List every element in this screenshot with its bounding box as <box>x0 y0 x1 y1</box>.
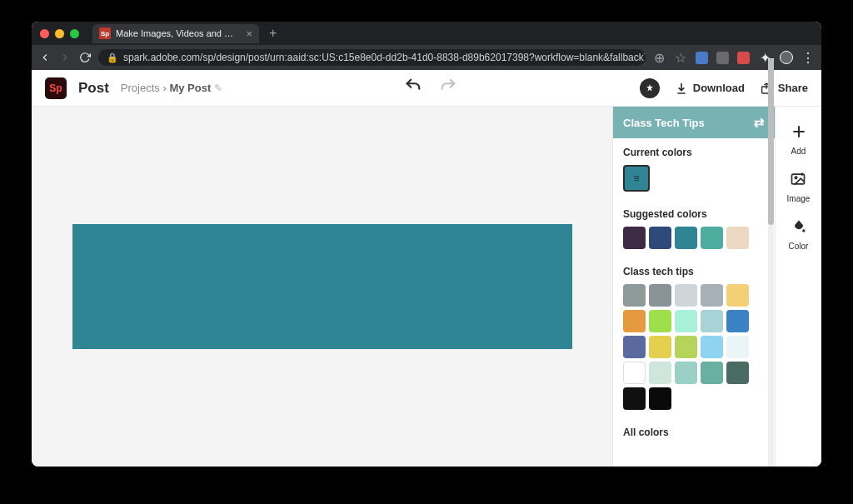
section-title-all: All colors <box>623 427 765 438</box>
color-swatch[interactable] <box>675 362 697 384</box>
spark-logo[interactable]: Sp <box>45 77 67 99</box>
profile-avatar[interactable] <box>780 51 793 64</box>
svg-point-5 <box>802 229 805 232</box>
color-swatch[interactable] <box>726 362 749 384</box>
color-swatch[interactable] <box>675 284 697 307</box>
color-label: Color <box>789 242 809 251</box>
bookmark-icon[interactable]: ☆ <box>674 51 687 64</box>
workspace: Class Tech Tips ⇄ Current colors Suggest… <box>32 107 821 467</box>
color-swatch[interactable] <box>726 284 749 307</box>
all-colors-section: All colors <box>613 418 775 445</box>
panel-header: Class Tech Tips ⇄ <box>613 107 775 138</box>
paintdrop-icon <box>791 218 807 239</box>
color-swatch[interactable] <box>649 227 671 249</box>
brand-colors-section: Class tech tips <box>613 257 775 418</box>
color-swatch[interactable] <box>675 310 697 332</box>
app-mode-label: Post <box>78 80 109 97</box>
tab-favicon: Sp <box>99 27 111 39</box>
browser-tab[interactable]: Sp Make Images, Videos and Web × <box>92 24 259 43</box>
nav-back-icon[interactable] <box>38 51 52 64</box>
minimize-window-button[interactable] <box>55 29 64 38</box>
premium-button[interactable] <box>640 78 660 98</box>
current-color-swatch[interactable] <box>623 165 650 192</box>
browser-urlbar: 🔒 spark.adobe.com/sp/design/post/urn:aai… <box>32 45 821 70</box>
extension-icon-1[interactable] <box>696 52 708 64</box>
plus-icon <box>791 123 807 144</box>
window-controls <box>40 29 79 38</box>
share-button[interactable]: Share <box>760 82 808 95</box>
breadcrumb-current[interactable]: My Post <box>169 82 211 94</box>
side-toolbar: Add Image Color <box>775 107 821 467</box>
color-swatch[interactable] <box>701 310 723 332</box>
new-tab-button[interactable]: + <box>264 26 282 41</box>
download-label: Download <box>693 82 745 94</box>
close-window-button[interactable] <box>40 29 49 38</box>
color-swatch[interactable] <box>726 336 749 358</box>
undo-button[interactable] <box>404 77 422 100</box>
app-header: Sp Post Projects › My Post ✎ Download <box>32 70 821 107</box>
color-swatch[interactable] <box>701 284 723 307</box>
section-title-brand: Class tech tips <box>623 266 765 277</box>
image-tool[interactable]: Image <box>787 171 811 203</box>
nav-forward-icon[interactable] <box>58 51 72 64</box>
browser-window: Sp Make Images, Videos and Web × + 🔒 spa… <box>32 22 821 467</box>
color-swatch[interactable] <box>623 284 646 307</box>
share-label: Share <box>778 82 808 94</box>
section-title-current: Current colors <box>623 147 765 158</box>
breadcrumb[interactable]: Projects › My Post ✎ <box>121 82 222 94</box>
tab-title: Make Images, Videos and Web <box>116 28 241 38</box>
download-button[interactable]: Download <box>675 82 745 95</box>
color-swatch[interactable] <box>649 336 671 358</box>
suggested-colors-section: Suggested colors <box>613 200 775 257</box>
maximize-window-button[interactable] <box>70 29 79 38</box>
color-tool[interactable]: Color <box>789 218 809 251</box>
add-tool[interactable]: Add <box>791 123 807 156</box>
canvas-area[interactable] <box>32 107 612 467</box>
image-icon <box>790 171 806 192</box>
breadcrumb-root[interactable]: Projects <box>121 82 160 94</box>
color-swatch[interactable] <box>649 284 671 307</box>
tab-close-icon[interactable]: × <box>246 27 252 40</box>
extension-icon-2[interactable] <box>716 52 729 64</box>
color-swatch[interactable] <box>726 227 749 249</box>
url-input[interactable]: 🔒 spark.adobe.com/sp/design/post/urn:aai… <box>98 49 646 66</box>
color-swatch[interactable] <box>623 310 646 332</box>
swap-palette-icon[interactable]: ⇄ <box>754 115 765 130</box>
svg-point-4 <box>796 177 798 179</box>
color-swatch[interactable] <box>623 227 646 249</box>
color-swatch[interactable] <box>701 227 723 249</box>
header-center <box>234 77 628 100</box>
color-swatch[interactable] <box>675 227 697 249</box>
color-swatch[interactable] <box>649 310 671 332</box>
scrollbar-thumb[interactable] <box>768 107 774 225</box>
extension-icon-3[interactable] <box>737 52 750 64</box>
color-swatch[interactable] <box>623 387 646 410</box>
color-swatch[interactable] <box>726 310 749 332</box>
color-swatch[interactable] <box>623 362 646 384</box>
image-label: Image <box>787 194 811 203</box>
color-swatch[interactable] <box>701 362 723 384</box>
header-actions: Download Share <box>640 78 808 98</box>
browser-menu-icon[interactable]: ⋮ <box>801 51 815 64</box>
current-colors-section: Current colors <box>613 138 775 200</box>
site-info-icon[interactable]: ⊕ <box>652 51 666 64</box>
color-panel: Class Tech Tips ⇄ Current colors Suggest… <box>612 107 775 467</box>
browser-tabbar: Sp Make Images, Videos and Web × + <box>32 22 821 45</box>
panel-title: Class Tech Tips <box>623 117 705 129</box>
url-text: spark.adobe.com/sp/design/post/urn:aaid:… <box>123 52 646 63</box>
canvas[interactable] <box>72 224 572 349</box>
color-swatch[interactable] <box>649 362 671 384</box>
edit-title-icon[interactable]: ✎ <box>214 82 222 94</box>
color-swatch[interactable] <box>649 387 671 410</box>
color-swatch[interactable] <box>623 336 646 358</box>
reload-icon[interactable] <box>78 51 92 64</box>
panel-scrollbar[interactable] <box>768 107 774 467</box>
section-title-suggested: Suggested colors <box>623 208 765 220</box>
color-swatch[interactable] <box>701 336 723 358</box>
redo-button[interactable] <box>439 77 457 100</box>
add-label: Add <box>791 147 806 156</box>
lock-icon: 🔒 <box>107 52 118 63</box>
color-swatch[interactable] <box>675 336 697 358</box>
browser-extensions: ⊕ ☆ ✦ ⋮ <box>652 51 815 64</box>
